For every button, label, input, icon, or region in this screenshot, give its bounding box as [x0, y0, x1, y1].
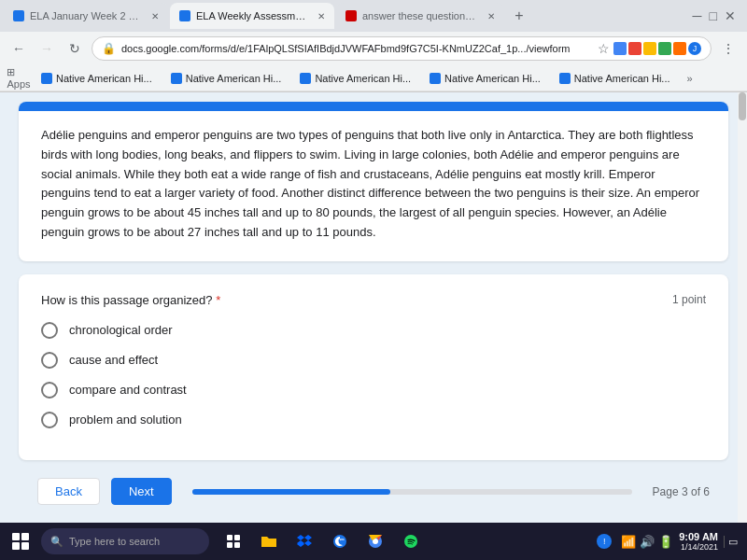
passage-text: Adélie penguins and emperor penguins are… — [41, 126, 706, 243]
option-compare-contrast[interactable]: compare and contrast — [41, 382, 706, 399]
windows-icon — [12, 533, 29, 550]
tab-ela-weekly[interactable]: ELA Weekly Assessment ✕ — [170, 3, 334, 29]
progress-bar-container — [192, 489, 632, 495]
taskbar: 🔍 Type here to search ! 📶 🔊 🔋 9:09 — [0, 523, 747, 560]
edge-icon[interactable] — [323, 525, 357, 558]
new-tab-button[interactable]: + — [506, 3, 532, 29]
taskbar-app-icons — [217, 525, 428, 558]
bookmark-3[interactable]: Native American Hi... — [292, 71, 418, 86]
svg-rect-3 — [234, 542, 240, 548]
bookmark-label-1: Native American Hi... — [56, 73, 152, 84]
volume-icon[interactable]: 🔊 — [640, 535, 655, 549]
question-header: How is this passage organized? * 1 point — [41, 293, 706, 307]
address-icons: ☆ J — [598, 41, 701, 56]
bookmark-label-3: Native American Hi... — [315, 73, 411, 84]
bookmark-favicon-3 — [300, 73, 311, 84]
question-text: How is this passage organized? * — [41, 293, 220, 307]
extension-icons: J — [613, 42, 701, 55]
card-blue-top — [19, 102, 728, 111]
tab-brainly[interactable]: answer these questions - Brainly ✕ — [336, 3, 504, 29]
bookmark-2[interactable]: Native American Hi... — [163, 71, 289, 86]
radio-circle-4[interactable] — [41, 412, 58, 428]
question-card: How is this passage organized? * 1 point… — [19, 274, 728, 460]
back-button[interactable]: ← — [7, 37, 30, 60]
refresh-button[interactable]: ↻ — [63, 37, 86, 60]
back-nav-button[interactable]: Back — [37, 478, 100, 505]
clock-date: 1/14/2021 — [679, 542, 718, 552]
points-label: 1 point — [672, 293, 706, 306]
tab-label-3: answer these questions - Brainly — [362, 10, 478, 21]
radio-circle-3[interactable] — [41, 382, 58, 399]
radio-circle-1[interactable] — [41, 322, 58, 339]
taskbar-search[interactable]: 🔍 Type here to search — [41, 528, 209, 554]
clock-time: 9:09 AM — [679, 531, 718, 542]
browser-chrome: ELA January Week 2 Quiz ✕ ELA Weekly Ass… — [0, 0, 747, 92]
network-icon[interactable]: 📶 — [621, 535, 636, 549]
option-cause-effect[interactable]: cause and effect — [41, 352, 706, 369]
battery-icon[interactable]: 🔋 — [658, 535, 673, 549]
address-text: docs.google.com/forms/d/e/1FAlpQLSfSIAfI… — [121, 43, 592, 54]
tab-favicon-1 — [13, 10, 24, 21]
taskbar-search-text: Type here to search — [69, 536, 160, 547]
option-label-1: chronological order — [69, 323, 173, 337]
svg-rect-1 — [234, 535, 240, 540]
chrome-icon[interactable] — [359, 525, 392, 558]
radio-circle-2[interactable] — [41, 352, 58, 369]
bookmark-1[interactable]: Native American Hi... — [34, 71, 160, 86]
bookmark-favicon-5 — [559, 73, 571, 84]
bookmark-label-2: Native American Hi... — [186, 73, 282, 84]
scrollbar-track[interactable] — [738, 92, 747, 524]
maximize-button[interactable]: □ — [710, 8, 717, 23]
apps-button[interactable]: ⊞ Apps — [7, 67, 30, 90]
bookmark-favicon-4 — [430, 73, 441, 84]
notification-badge[interactable]: ! — [597, 534, 612, 549]
system-tray: 📶 🔊 🔋 — [621, 535, 673, 549]
svg-rect-2 — [227, 542, 233, 548]
option-label-3: compare and contrast — [69, 383, 187, 397]
tab-close-1[interactable]: ✕ — [151, 11, 159, 21]
taskbar-right: ! 📶 🔊 🔋 9:09 AM 1/14/2021 ▭ — [597, 531, 743, 552]
tab-label-1: ELA January Week 2 Quiz — [30, 10, 142, 21]
option-label-2: cause and effect — [69, 353, 158, 367]
required-star: * — [213, 293, 221, 307]
address-bar-row: ← → ↻ 🔒 docs.google.com/forms/d/e/1FAlpQ… — [0, 32, 747, 65]
option-label-4: problem and solution — [69, 413, 182, 427]
taskview-icon[interactable] — [217, 525, 250, 558]
start-button[interactable] — [4, 525, 37, 558]
taskbar-search-icon: 🔍 — [50, 536, 63, 548]
minimize-button[interactable]: ─ — [693, 8, 702, 23]
tab-label-2: ELA Weekly Assessment — [196, 10, 308, 21]
tab-close-3[interactable]: ✕ — [487, 11, 495, 21]
forward-button[interactable]: → — [35, 37, 58, 60]
tab-favicon-3 — [345, 10, 357, 21]
file-explorer-icon[interactable] — [252, 525, 286, 558]
bookmark-favicon-1 — [41, 73, 52, 84]
page-content: Adélie penguins and emperor penguins are… — [0, 92, 747, 524]
bookmark-5[interactable]: Native American Hi... — [552, 71, 678, 86]
tab-ela-quiz[interactable]: ELA January Week 2 Quiz ✕ — [4, 3, 168, 29]
bottom-navigation: Back Next Page 3 of 6 — [19, 473, 728, 511]
bookmarks-bar: ⊞ Apps Native American Hi... Native Amer… — [0, 65, 747, 91]
dropbox-icon[interactable] — [288, 525, 321, 558]
bookmark-label-5: Native American Hi... — [574, 73, 670, 84]
tab-bar: ELA January Week 2 Quiz ✕ ELA Weekly Ass… — [0, 0, 747, 32]
page-info-label: Page 3 of 6 — [653, 485, 710, 498]
tab-close-2[interactable]: ✕ — [317, 11, 325, 21]
next-nav-button[interactable]: Next — [111, 478, 172, 505]
spotify-icon[interactable] — [394, 525, 428, 558]
lock-icon: 🔒 — [102, 42, 116, 55]
address-box[interactable]: 🔒 docs.google.com/forms/d/e/1FAlpQLSfSIA… — [92, 36, 712, 61]
star-icon[interactable]: ☆ — [598, 41, 610, 56]
bookmark-4[interactable]: Native American Hi... — [422, 71, 548, 86]
tab-favicon-2 — [179, 10, 190, 21]
scrollbar-thumb[interactable] — [739, 92, 746, 120]
option-chronological[interactable]: chronological order — [41, 322, 706, 339]
menu-button[interactable]: ⋮ — [717, 37, 740, 60]
svg-rect-0 — [227, 535, 233, 540]
bookmarks-more[interactable]: » — [682, 71, 698, 86]
system-clock[interactable]: 9:09 AM 1/14/2021 — [679, 531, 718, 552]
show-desktop-icon[interactable]: ▭ — [724, 536, 738, 548]
option-problem-solution[interactable]: problem and solution — [41, 412, 706, 428]
close-window-button[interactable]: ✕ — [725, 8, 736, 23]
bookmark-favicon-2 — [171, 73, 182, 84]
